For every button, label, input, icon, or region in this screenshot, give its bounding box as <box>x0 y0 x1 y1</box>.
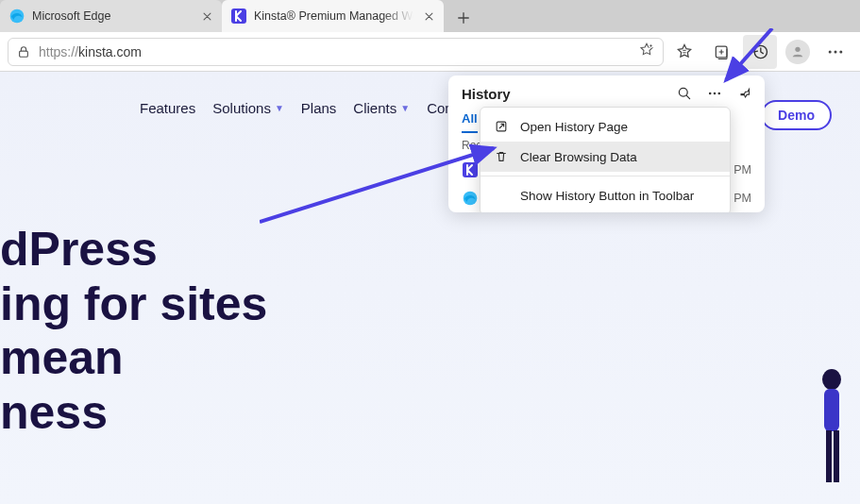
person-illustration <box>803 362 860 504</box>
address-bar[interactable]: https://kinsta.com <box>8 38 664 66</box>
history-title: History <box>462 86 668 102</box>
tab-kinsta[interactable]: Kinsta® Premium Managed Wo <box>222 0 444 32</box>
menu-label: Show History Button in Toolbar <box>520 189 694 203</box>
pin-icon[interactable] <box>736 85 753 102</box>
menu-separator <box>481 176 730 176</box>
svg-point-16 <box>714 92 717 95</box>
more-button[interactable] <box>818 35 852 69</box>
tab-microsoft-edge[interactable]: Microsoft Edge <box>0 0 222 32</box>
menu-open-history-page[interactable]: Open History Page <box>481 111 730 142</box>
nav-label: Clients <box>353 100 396 116</box>
tab-title: Microsoft Edge <box>32 9 192 23</box>
toolbar: https://kinsta.com <box>0 32 860 72</box>
svg-point-14 <box>679 88 687 96</box>
svg-point-17 <box>718 92 721 95</box>
svg-rect-13 <box>834 430 839 482</box>
nav-solutions[interactable]: Solutions▼ <box>212 100 284 116</box>
chevron-down-icon: ▼ <box>400 103 410 113</box>
profile-button[interactable] <box>781 35 815 69</box>
history-header: History <box>448 76 765 108</box>
hero-heading: dPress ing for sites mean ness <box>0 223 267 440</box>
nav-plans[interactable]: Plans <box>301 100 337 116</box>
trash-icon <box>494 149 509 164</box>
menu-clear-browsing-data[interactable]: Clear Browsing Data <box>481 142 730 172</box>
nav-label: Solutions <box>212 100 271 116</box>
star-plus-icon[interactable] <box>638 42 655 61</box>
nav-label: Plans <box>301 100 337 116</box>
avatar-icon <box>785 40 810 64</box>
svg-rect-12 <box>826 430 832 482</box>
history-tab-all[interactable]: All <box>462 108 478 133</box>
svg-point-7 <box>829 50 832 53</box>
open-external-icon <box>494 119 509 134</box>
edge-icon <box>9 8 25 24</box>
url-text: https://kinsta.com <box>39 44 631 59</box>
svg-point-8 <box>835 50 837 53</box>
svg-rect-11 <box>824 389 839 431</box>
edge-icon <box>462 190 479 207</box>
nav-features[interactable]: Features <box>140 100 195 116</box>
svg-point-6 <box>795 46 800 51</box>
svg-rect-1 <box>231 8 246 24</box>
history-button[interactable] <box>743 35 777 69</box>
more-icon[interactable] <box>706 85 723 102</box>
favorites-button[interactable] <box>667 35 701 69</box>
history-panel: History All Rec K 20 PM Microsoft Edge 1… <box>448 76 765 212</box>
menu-label: Clear Browsing Data <box>520 150 637 164</box>
nav-label: Features <box>140 100 195 116</box>
kinsta-icon <box>462 161 479 178</box>
lock-icon <box>16 44 31 59</box>
close-icon[interactable] <box>421 8 436 24</box>
new-tab-button[interactable] <box>449 4 478 32</box>
svg-point-10 <box>822 369 841 390</box>
kinsta-icon <box>231 8 246 24</box>
tab-strip: Microsoft Edge Kinsta® Premium Managed W… <box>0 0 860 32</box>
search-icon[interactable] <box>676 85 693 102</box>
close-icon[interactable] <box>199 8 214 24</box>
svg-rect-18 <box>463 162 478 177</box>
svg-rect-2 <box>20 51 28 57</box>
svg-point-15 <box>709 92 712 95</box>
tab-title: Kinsta® Premium Managed Wo <box>254 9 413 23</box>
demo-button[interactable]: Demo <box>761 100 832 130</box>
nav-clients[interactable]: Clients▼ <box>353 100 410 116</box>
svg-point-9 <box>839 50 842 53</box>
history-more-menu: Open History Page Clear Browsing Data Sh… <box>480 107 731 212</box>
chevron-down-icon: ▼ <box>275 103 284 113</box>
menu-label: Open History Page <box>520 120 628 134</box>
collections-button[interactable] <box>705 35 739 69</box>
menu-show-history-toolbar[interactable]: Show History Button in Toolbar <box>481 180 730 210</box>
